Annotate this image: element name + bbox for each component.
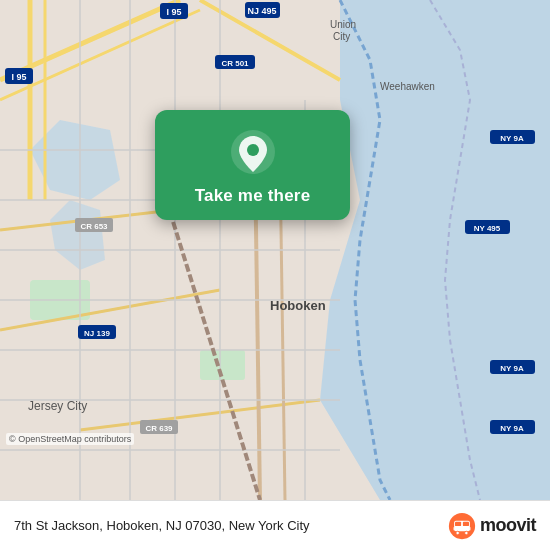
svg-text:Hoboken: Hoboken <box>270 298 326 313</box>
svg-rect-60 <box>455 521 461 525</box>
svg-text:Jersey City: Jersey City <box>28 399 87 413</box>
address-text: 7th St Jackson, Hoboken, NJ 07030, New Y… <box>14 518 448 533</box>
svg-text:I 95: I 95 <box>166 7 181 17</box>
take-me-there-button[interactable]: Take me there <box>155 110 350 220</box>
svg-text:NJ 139: NJ 139 <box>84 329 110 338</box>
svg-text:I 95: I 95 <box>11 72 26 82</box>
map-svg: Union City Weehawken Hoboken Jersey City… <box>0 0 550 500</box>
svg-text:City: City <box>333 31 350 42</box>
svg-text:NY 9A: NY 9A <box>500 424 524 433</box>
svg-text:NJ 495: NJ 495 <box>247 6 276 16</box>
svg-rect-61 <box>463 521 469 525</box>
svg-point-62 <box>456 531 460 535</box>
svg-text:CR 639: CR 639 <box>145 424 173 433</box>
svg-text:CR 501: CR 501 <box>221 59 249 68</box>
moovit-bus-icon <box>448 512 476 540</box>
moovit-logo: moovit <box>448 512 536 540</box>
osm-credit: © OpenStreetMap contributors <box>6 433 134 445</box>
svg-text:NY 9A: NY 9A <box>500 134 524 143</box>
svg-text:Weehawken: Weehawken <box>380 81 435 92</box>
svg-text:NY 495: NY 495 <box>474 224 501 233</box>
take-me-there-label: Take me there <box>195 186 311 206</box>
svg-text:Union: Union <box>330 19 356 30</box>
location-pin-icon <box>229 128 277 176</box>
svg-text:CR 653: CR 653 <box>80 222 108 231</box>
svg-rect-64 <box>453 526 455 530</box>
moovit-label: moovit <box>480 515 536 536</box>
svg-point-57 <box>247 144 259 156</box>
svg-point-63 <box>465 531 469 535</box>
map-view: Union City Weehawken Hoboken Jersey City… <box>0 0 550 500</box>
svg-rect-65 <box>469 526 471 530</box>
svg-text:NY 9A: NY 9A <box>500 364 524 373</box>
bottom-bar: 7th St Jackson, Hoboken, NJ 07030, New Y… <box>0 500 550 550</box>
